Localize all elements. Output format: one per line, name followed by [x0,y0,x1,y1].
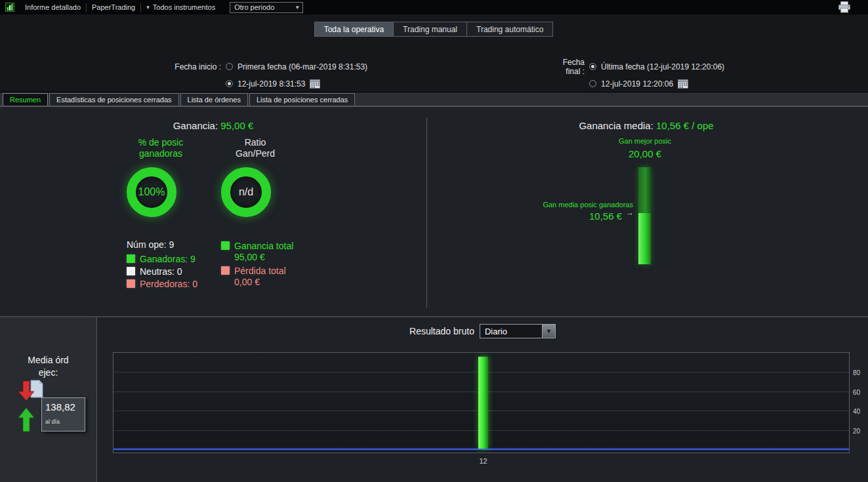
perdida-total-label: Pérdida total [234,266,286,276]
window-title: Informe detallado [20,0,86,14]
legend-item-ganadoras: Ganadoras: 9 [127,252,197,265]
gan-mejor-posic-label: Gan mejor posic [579,137,711,145]
instruments-dropdown[interactable]: ▾ Todos instrumentos [141,0,220,14]
best-position-bar [638,167,651,264]
radio-primera-fecha[interactable] [226,63,233,70]
perdedoras-label: Perdedoras: 0 [140,279,197,289]
legend-item-perdedoras: Perdedoras: 0 [127,277,197,290]
period-select-value: Otro periodo [234,3,274,11]
media-ordenes-value-box: 138,82 al día [41,397,85,432]
zero-line [114,449,849,450]
instruments-dropdown-label: Todos instrumentos [153,3,215,11]
perdida-total-value: 0,00 € [234,277,293,289]
ganancia-total-label: Ganancia total [234,241,293,251]
buy-sell-arrows-icon [13,379,45,437]
y-axis-tick-label: 80 [853,369,860,376]
chart-title: Resultado bruto [409,326,474,336]
primera-fecha-option-label[interactable]: Primera fecha (06-mar-2019 8:31:53) [238,62,367,71]
period-select[interactable]: Otro periodo ▼ [230,2,303,13]
ganancia-media-value: 10,56 € / ope [656,120,714,131]
app-icon [0,0,20,14]
chart-period-select[interactable]: Diario ▼ [480,324,556,338]
chart-period-value: Diario [480,325,542,338]
media-ordenes-unit: al día [45,418,81,425]
gan-media-posic-value: 10,56 € [420,211,622,222]
radio-ultima-fecha[interactable] [589,63,596,70]
report-tab-bar: Resumen Estadísticas de posiciones cerra… [0,92,868,107]
num-ope-label: Núm ope: 9 [127,239,197,252]
y-axis-tick-label: 40 [853,408,860,415]
fecha-inicio-group: Fecha inicio : Primera fecha (06-mar-201… [173,61,367,95]
scope-tab-trading-automatico[interactable]: Trading automático [466,22,553,37]
totals-legend: Ganancia total 95,00 € Pérdida total 0,0… [221,239,293,289]
best-bar-dark [638,167,651,213]
ganancia-total-value: 95,00 € [234,252,293,264]
perdida-total-swatch [221,266,230,275]
dropdown-arrow-icon: ▼ [295,5,300,10]
ganadoras-label: Ganadoras: 9 [140,254,196,264]
arrow-right-icon: → [626,208,634,217]
ganadoras-swatch [127,254,135,263]
donut-win-title: % de posic ganadoras [118,137,203,159]
print-button[interactable] [838,1,851,13]
ganancia-line: Ganancia: 95,00 € [0,120,426,131]
media-ordenes-sidebar: Media órd ejec: 138,82 al día [0,317,97,482]
radio-fecha-inicio-personalizada[interactable] [226,80,233,87]
media-ord-ejec-label: Media órd ejec: [0,354,96,379]
y-axis-tick-label: 20 [853,428,860,435]
caret-down-icon: ▾ [146,4,150,10]
summary-panel: Ganancia: 95,00 € % de posic ganadoras R… [0,108,868,316]
tab-resumen[interactable]: Resumen [3,93,48,106]
fecha-inicio-calendar-button[interactable] [310,79,320,89]
top-menu-bar: Informe detallado PaperTrading ▾ Todos i… [0,0,868,14]
calendar-icon [678,79,688,89]
tab-estadisticas-posiciones-cerradas[interactable]: Estadísticas de posiciones cerradas [49,93,178,106]
ganancia-total-swatch [221,241,230,250]
donut-gain-loss-ratio: n/d [221,167,271,217]
operations-legend: Núm ope: 9 Ganadoras: 9 Neutras: 0 Perde… [127,239,197,290]
fecha-final-calendar-button[interactable] [678,79,688,89]
ganancia-label: Ganancia: [173,120,218,131]
neutras-label: Neutras: 0 [140,266,182,277]
perdida-total-row: Pérdida total [221,264,293,277]
result-bar [478,357,488,449]
fecha-inicio-custom-label[interactable]: 12-jul-2019 8:31:53 [238,79,305,89]
dropdown-arrow-icon: ▼ [542,325,555,338]
filter-header: Toda la operativa Trading manual Trading… [0,14,868,92]
x-axis-tick-label: 12 [474,457,493,465]
bottom-section: Media órd ejec: 138,82 al día Resultado … [0,316,868,482]
media-ordenes-value: 138,82 [45,401,81,412]
ganancia-value: 95,00 € [220,120,253,131]
donut-win-value: 100% [138,186,165,198]
fecha-final-label: Fecha final : [556,58,585,76]
scope-tab-toda-la-operativa[interactable]: Toda la operativa [314,22,394,37]
fecha-inicio-label: Fecha inicio : [173,62,221,71]
donut-ratio-value: n/d [239,186,253,198]
neutras-swatch [127,267,135,275]
printer-icon [838,1,851,13]
tab-lista-de-ordenes[interactable]: Lista de órdenes [180,93,248,106]
legend-item-neutras: Neutras: 0 [127,265,197,277]
gan-media-posic-label: Gan media posic ganadoras [420,201,633,209]
gan-mejor-posic-value: 20,00 € [579,148,711,159]
y-axis-tick-label: 60 [853,389,860,396]
calendar-icon [310,79,320,89]
ganancia-media-line: Ganancia media: 10,56 € / ope [430,120,863,131]
resultado-bruto-plot: 2040608012 [113,352,850,453]
app-logo-icon [5,3,14,12]
scope-tab-trading-manual[interactable]: Trading manual [393,22,467,37]
scope-tab-group: Toda la operativa Trading manual Trading… [0,22,868,37]
ganancia-media-label: Ganancia media: [579,120,653,131]
chart-header: Resultado bruto Diario ▼ [97,324,868,338]
fecha-final-group: Fecha final : Última fecha (12-jul-2019 … [556,61,724,95]
ultima-fecha-option-label[interactable]: Última fecha (12-jul-2019 12:20:06) [601,62,724,71]
account-menu-item[interactable]: PaperTrading [87,0,140,14]
donut-winning-positions: 100% [127,167,176,217]
fecha-final-custom-label[interactable]: 12-jul-2019 12:20:06 [601,79,673,89]
best-bar-bright [638,213,651,264]
perdedoras-swatch [127,279,135,288]
tab-lista-posiciones-cerradas[interactable]: Lista de posiciones cerradas [249,93,355,106]
radio-fecha-final-personalizada[interactable] [589,80,596,87]
donut-ratio-title: Ratio Gan/Perd [213,137,298,159]
ganancia-total-row: Ganancia total [221,239,293,252]
